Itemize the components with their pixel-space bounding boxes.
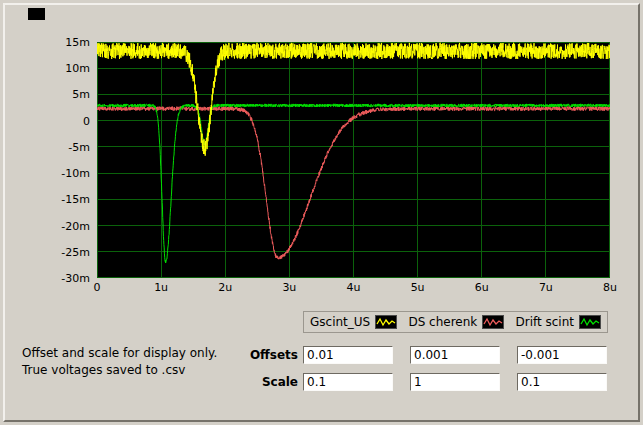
legend-label-gscint-us: Gscint_US [310,315,370,329]
y-tick-label: 10m [65,62,90,75]
scale-input-2[interactable] [410,373,500,391]
waveform-graph-plot-area [97,42,610,278]
y-tick-label: 15m [65,36,90,49]
x-axis-labels: 01u2u3u4u5u6u7u8u [97,281,610,295]
x-tick-label: 1u [141,281,181,294]
x-tick-label: 5u [398,281,438,294]
legend-label-drift-scint: Drift scint [515,315,574,329]
x-tick-label: 3u [269,281,309,294]
waveform-plot-svg [97,42,610,278]
offset-input-3[interactable] [517,346,607,364]
plot-sample-icon[interactable] [375,315,397,329]
x-tick-label: 4u [334,281,374,294]
offset-input-1[interactable] [303,346,393,364]
note-line-1: Offset and scale for display only. [22,345,217,362]
x-tick-label: 2u [205,281,245,294]
x-tick-label: 0 [77,281,117,294]
x-tick-label: 6u [462,281,502,294]
plot-sample-icon[interactable] [579,315,601,329]
plot-legend: Gscint_US DS cherenk Drift scint [303,311,608,333]
x-tick-label: 8u [590,281,630,294]
y-tick-label: -20m [61,220,90,233]
legend-item-drift-scint[interactable]: Drift scint [515,315,601,329]
y-tick-label: -15m [61,193,90,206]
legend-label-ds-cherenk: DS cherenk [408,315,477,329]
legend-item-ds-cherenk[interactable]: DS cherenk [408,315,504,329]
offset-input-2[interactable] [410,346,500,364]
note-line-2: True voltages saved to .csv [22,362,217,379]
y-tick-label: 0 [83,115,90,128]
y-tick-label: -25m [61,246,90,259]
note-text: Offset and scale for display only. True … [22,345,217,379]
scale-input-3[interactable] [517,373,607,391]
labview-front-panel: 15m10m5m0-5m-10m-15m-20m-25m-30m 01u2u3u… [0,0,643,425]
y-tick-label: -5m [68,141,90,154]
offsets-label: Offsets [222,346,298,364]
y-tick-label: -10m [61,167,90,180]
y-tick-label: 5m [72,88,90,101]
legend-item-gscint-us[interactable]: Gscint_US [310,315,397,329]
y-axis-labels: 15m10m5m0-5m-10m-15m-20m-25m-30m [38,42,93,278]
scale-input-1[interactable] [303,373,393,391]
x-tick-label: 7u [526,281,566,294]
plot-sample-icon[interactable] [482,315,504,329]
scale-label: Scale [222,373,298,391]
black-indicator [28,8,45,20]
